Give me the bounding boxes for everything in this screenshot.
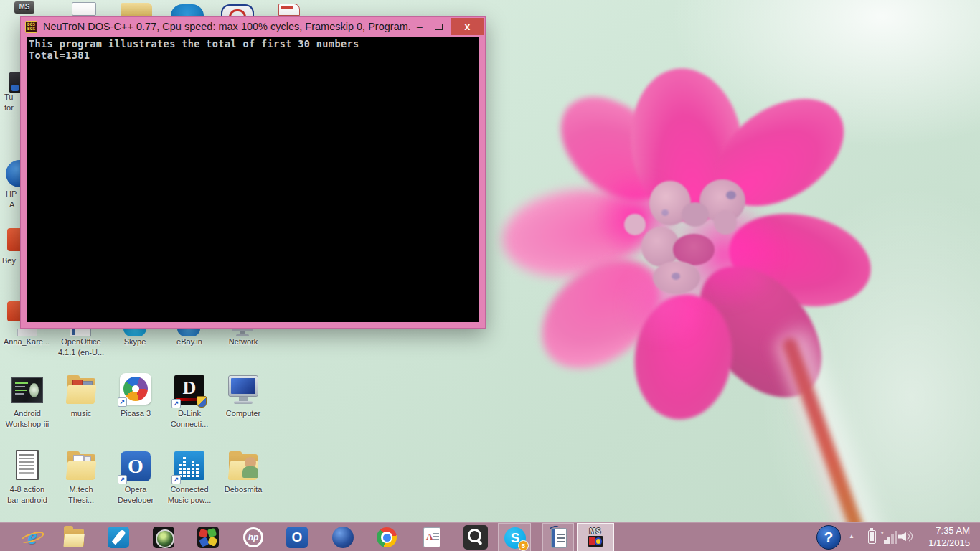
desktop-icon-label[interactable]: Android Workshop-iii — [0, 408, 57, 429]
taskbar-blue-launcher-icon[interactable] — [108, 527, 129, 548]
taskbar-games-puzzle-icon[interactable] — [197, 527, 219, 548]
desktop-icon-dlink[interactable]: D ↗ — [173, 374, 206, 407]
volume-icon[interactable] — [898, 530, 913, 543]
maximize-icon — [435, 24, 443, 30]
desktop-icon-opera-developer[interactable]: O ↗ — [119, 450, 152, 483]
taskbar-openoffice-running[interactable] — [542, 523, 574, 551]
battery-icon[interactable] — [868, 530, 876, 544]
desktop-icon-label[interactable]: Network — [213, 336, 273, 347]
desktop-icon-label[interactable]: Skype — [105, 336, 165, 347]
taskbar-msdos-active[interactable]: MS — [577, 523, 614, 551]
taskbar-globe-icon[interactable] — [332, 527, 354, 548]
taskbar-opera-icon[interactable]: O — [286, 527, 308, 548]
taskbar-media-player-icon[interactable] — [153, 527, 174, 548]
taskbar-skype-running[interactable]: S 5 — [498, 523, 531, 551]
desktop-icon-label[interactable]: music — [51, 408, 111, 419]
desktop-icon-label[interactable]: Anna_Kare... — [0, 336, 57, 347]
desktop-icon-debosmita-folder[interactable] — [227, 450, 260, 483]
desktop-icon-picasa[interactable]: ↗ — [119, 372, 152, 405]
dos-logo-icon — [588, 536, 603, 547]
console-line: Total=1381 — [29, 50, 479, 61]
desktop-icon-label[interactable]: eBay.in — [159, 336, 220, 347]
desktop-icon-label[interactable]: OpenOffice 4.1.1 (en-U... — [51, 336, 111, 357]
desktop-icon-label[interactable]: Computer — [213, 408, 273, 419]
clock-time: 7:35 AM — [928, 525, 970, 537]
flower-bud — [624, 214, 646, 235]
desktop-icon-label[interactable]: D-Link Connecti... — [159, 408, 220, 429]
desktop-icon-annakare-fragment[interactable] — [17, 329, 37, 336]
flower-stem — [781, 336, 874, 551]
desktop-icon-label[interactable]: M.tech Thesi... — [51, 484, 111, 505]
taskbar-hp-icon[interactable]: hp — [242, 527, 264, 548]
flower-bud — [682, 202, 709, 227]
desktop-icon-computer[interactable] — [227, 374, 260, 407]
minimize-button[interactable]: – — [410, 17, 429, 37]
taskbar-search-icon[interactable] — [463, 525, 488, 550]
desktop-icon-label[interactable]: Picasa 3 — [105, 408, 166, 419]
shortcut-arrow-icon: ↗ — [118, 475, 127, 484]
desktop-icon-msdos-fragment[interactable]: MS — [14, 1, 34, 14]
desktop-icon-ebay-fragment[interactable] — [177, 329, 200, 336]
shortcut-arrow-icon: ↗ — [171, 399, 181, 408]
desktop-icon-doc-48-action[interactable] — [11, 450, 44, 483]
taskbar-wordpad-icon[interactable]: A — [421, 527, 443, 548]
window-title: NeuTroN DOS-C++ 0.77, Cpu speed: max 100… — [43, 21, 410, 32]
desktop-icon-network-fragment[interactable] — [232, 329, 253, 336]
desktop-icon-label-fragment: HP A — [6, 189, 17, 210]
flower-bud — [714, 210, 737, 235]
shortcut-arrow-icon: ↗ — [171, 475, 181, 484]
desktop-icon-label-fragment: Tu for — [4, 92, 14, 113]
desktop: MS Tu for HP A Bey Anna_Kare... OpenOffi… — [0, 0, 980, 551]
show-hidden-icons-button[interactable]: ▲ — [849, 533, 854, 540]
taskbar-chrome-icon[interactable] — [376, 527, 397, 548]
desktop-icon-rounded-app-fragment[interactable] — [221, 4, 254, 16]
desktop-icon-android-workshop[interactable] — [11, 374, 44, 407]
desktop-icon-music-folder[interactable] — [65, 374, 98, 407]
taskbar: e hp O A — [0, 522, 980, 551]
taskbar-file-explorer-icon[interactable] — [63, 527, 85, 548]
desktop-icon-connected-music[interactable]: ↗ — [173, 450, 206, 483]
desktop-icon-blue-app-fragment[interactable] — [171, 4, 204, 16]
dos-console-output: This program illustrates the total of fi… — [27, 37, 479, 322]
desktop-icon-label[interactable]: Connected Music pow... — [159, 484, 220, 505]
desktop-icon-document-fragment[interactable] — [72, 2, 96, 16]
window-titlebar[interactable]: DOS BOX NeuTroN DOS-C++ 0.77, Cpu speed:… — [21, 17, 485, 37]
network-signal-icon[interactable]: * — [881, 530, 895, 544]
dosbox-window: DOS BOX NeuTroN DOS-C++ 0.77, Cpu speed:… — [20, 16, 486, 329]
dosbox-app-icon: DOS BOX — [25, 21, 37, 33]
taskbar-internet-explorer-icon[interactable]: e — [22, 527, 43, 548]
shield-icon — [197, 396, 207, 408]
help-icon[interactable]: ? — [816, 525, 841, 550]
desktop-icon-paper-fragment[interactable] — [278, 4, 300, 16]
taskbar-clock[interactable]: 7:35 AM 1/12/2015 — [928, 525, 970, 549]
skype-notification-badge: 5 — [518, 540, 529, 551]
desktop-icon-label[interactable]: Debosmita — [213, 484, 273, 495]
clock-date: 1/12/2015 — [928, 537, 970, 550]
desktop-icon-mtech-folder[interactable] — [65, 450, 98, 483]
desktop-icon-label-fragment: Bey — [2, 255, 16, 266]
shortcut-arrow-icon: ↗ — [118, 397, 127, 407]
desktop-icon-label[interactable]: 4-8 action bar android — [0, 484, 57, 505]
close-button[interactable]: x — [451, 18, 484, 35]
desktop-icon-openoffice-fragment[interactable] — [70, 329, 91, 336]
maximize-button[interactable] — [429, 17, 448, 37]
console-line: This program illustrates the total of fi… — [29, 38, 479, 50]
desktop-icon-folder-fragment[interactable] — [121, 3, 152, 16]
desktop-icon-skype-fragment[interactable] — [123, 329, 146, 336]
desktop-icon-label[interactable]: Opera Developer — [105, 484, 166, 505]
